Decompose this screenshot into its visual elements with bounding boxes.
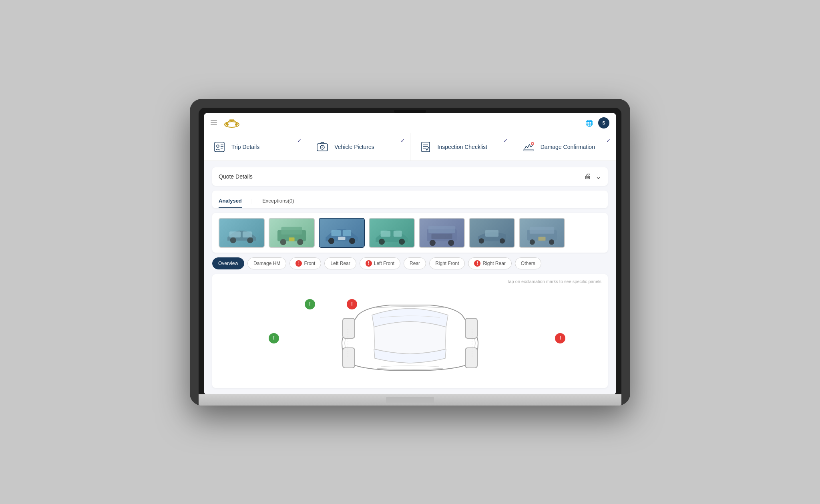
step-inspection-checklist[interactable]: Inspection Checklist ✓ (410, 133, 513, 161)
tab-bar: Analysed | Exceptions(0) (212, 191, 608, 208)
svg-rect-37 (431, 233, 452, 239)
tab-separator: | (251, 195, 253, 208)
svg-rect-11 (422, 142, 430, 152)
svg-rect-19 (229, 231, 241, 237)
step-vehicle-pictures-label: Vehicle Pictures (334, 144, 374, 150)
globe-icon[interactable]: 🌐 (585, 119, 593, 127)
print-icon[interactable]: 🖨 (584, 172, 591, 181)
svg-rect-26 (331, 230, 341, 236)
svg-point-2 (235, 123, 237, 126)
thumbnail-6[interactable] (469, 218, 515, 248)
filter-others[interactable]: Others (515, 257, 541, 269)
thumbnail-4[interactable] (369, 218, 415, 248)
screen: 🌐 S (204, 113, 616, 394)
thumbnail-3[interactable] (319, 218, 365, 248)
nav-right: 🌐 S (585, 117, 609, 129)
tab-items: Analysed | Exceptions(0) (219, 195, 601, 208)
right-rear-warning-dot: ! (474, 260, 480, 267)
thumbnail-2[interactable] (269, 218, 315, 248)
filter-left-rear[interactable]: Left Rear (324, 257, 356, 269)
step-trip-details[interactable]: Trip Details ✓ (204, 133, 307, 161)
camera-notch (394, 110, 426, 113)
svg-point-46 (530, 239, 535, 245)
screen-bezel: 🌐 S (199, 108, 621, 394)
avatar[interactable]: S (598, 117, 609, 129)
filter-overview[interactable]: Overview (212, 257, 244, 269)
marker-top-left[interactable]: ! (305, 299, 315, 309)
svg-point-34 (399, 239, 405, 245)
step-damage-confirmation[interactable]: Damage Confirmation ✓ (513, 133, 616, 161)
svg-point-24 (297, 239, 303, 245)
step-trip-details-label: Trip Details (231, 144, 259, 150)
marker-mid-right[interactable]: ! (555, 333, 565, 343)
thumbnails-container (212, 213, 608, 253)
svg-point-29 (349, 238, 355, 244)
car-outline-svg (310, 291, 510, 379)
thumbnail-img-4 (370, 219, 414, 247)
vehicle-pictures-icon (315, 140, 330, 154)
inspection-icon (418, 140, 433, 154)
marker-mid-left[interactable]: ! (269, 333, 279, 343)
step-vehicle-pictures[interactable]: Vehicle Pictures ✓ (307, 133, 410, 161)
svg-point-1 (226, 123, 229, 126)
svg-rect-31 (381, 231, 391, 237)
damage-icon (521, 140, 536, 154)
filter-right-front[interactable]: Right Front (429, 257, 465, 269)
filter-front[interactable]: ! Front (289, 257, 321, 269)
svg-point-42 (500, 238, 505, 243)
svg-point-39 (448, 240, 454, 246)
svg-rect-44 (530, 227, 555, 233)
thumbnail-5[interactable] (419, 218, 465, 248)
car-diagram-wrapper: ! ! ! ! (219, 287, 601, 383)
svg-rect-27 (343, 230, 351, 236)
svg-rect-16 (524, 149, 533, 151)
laptop-shell: 🌐 S (190, 99, 630, 406)
svg-rect-51 (465, 348, 477, 368)
quote-details-bar: Quote Details 🖨 ⌄ (212, 167, 608, 186)
laptop-base (199, 394, 621, 406)
tab-analysed[interactable]: Analysed (219, 195, 242, 208)
diagram-hint: Tap on exclamation marks to see specific… (219, 279, 601, 284)
svg-rect-25 (289, 237, 294, 241)
tab-exceptions[interactable]: Exceptions(0) (262, 195, 294, 208)
filter-damage-hm[interactable]: Damage HM (247, 257, 286, 269)
app-navbar: 🌐 S (204, 113, 616, 133)
filter-right-rear[interactable]: ! Right Rear (468, 257, 511, 269)
svg-point-38 (430, 240, 436, 246)
trip-details-icon (212, 140, 227, 154)
svg-rect-30 (338, 237, 346, 240)
svg-point-10 (322, 147, 323, 148)
svg-point-17 (230, 237, 236, 243)
collapse-icon[interactable]: ⌄ (595, 172, 601, 181)
step-trip-details-check: ✓ (297, 137, 302, 144)
thumbnail-img-7 (520, 219, 564, 247)
svg-rect-36 (428, 226, 455, 233)
thumbnail-img-1 (219, 219, 264, 247)
hamburger-menu[interactable] (211, 120, 217, 125)
filter-left-front[interactable]: ! Left Front (360, 257, 400, 269)
thumbnail-1[interactable] (219, 218, 265, 248)
svg-point-4 (217, 145, 219, 147)
filter-rear[interactable]: Rear (404, 257, 426, 269)
thumbnail-img-3 (320, 219, 364, 247)
quote-details-title: Quote Details (219, 173, 253, 180)
front-warning-dot: ! (295, 260, 302, 267)
step-vehicle-pictures-check: ✓ (400, 137, 405, 144)
step-damage-check: ✓ (606, 137, 611, 144)
svg-point-23 (280, 239, 286, 245)
car-diagram-area: Tap on exclamation marks to see specific… (212, 274, 608, 388)
svg-rect-49 (465, 318, 477, 338)
marker-top-right[interactable]: ! (347, 299, 357, 309)
svg-rect-40 (485, 230, 498, 237)
thumbnail-img-2 (269, 219, 314, 247)
svg-rect-50 (343, 348, 355, 368)
svg-point-47 (549, 239, 554, 245)
trackpad[interactable] (386, 397, 434, 403)
thumbnail-7[interactable] (519, 218, 565, 248)
steps-header: Trip Details ✓ Vehicle Pictures ✓ (204, 133, 616, 161)
svg-rect-45 (539, 237, 546, 240)
svg-rect-48 (343, 318, 355, 338)
svg-point-41 (479, 238, 484, 243)
thumbnail-img-5 (420, 219, 464, 247)
thumbnails-strip (219, 218, 601, 248)
